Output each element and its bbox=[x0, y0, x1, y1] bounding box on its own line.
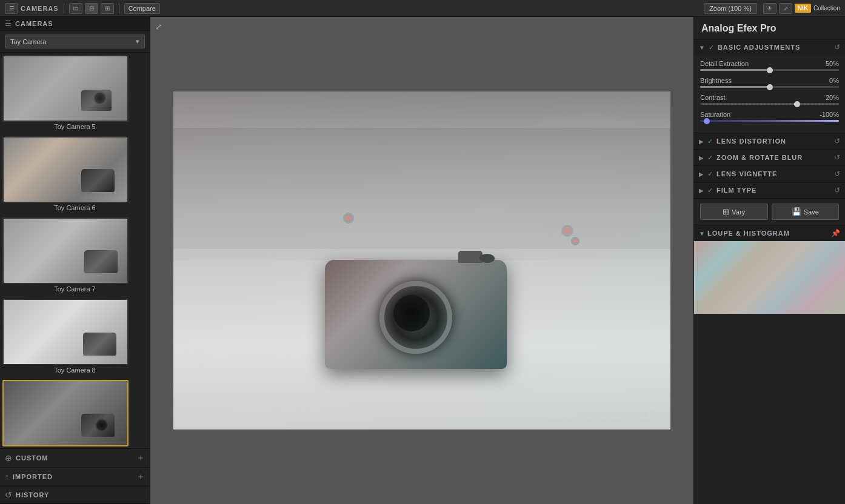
export-icon[interactable]: ↗ bbox=[779, 3, 792, 14]
thumbnail-image bbox=[4, 219, 129, 284]
lens-vignette-header[interactable]: ▶ ✓ LENS VIGNETTE ↺ bbox=[694, 166, 845, 182]
saturation-row: Saturation -100% bbox=[700, 111, 839, 122]
zoom-rotate-header[interactable]: ▶ ✓ ZOOM & ROTATE BLUR ↺ bbox=[694, 150, 845, 165]
zr-chevron-icon: ▶ bbox=[699, 154, 704, 161]
view-grid-icon[interactable]: ⊞ bbox=[101, 3, 114, 14]
center-canvas: ⤢ bbox=[150, 17, 693, 504]
thumbnail-image bbox=[4, 138, 129, 203]
right-panel: Analog Efex Pro ▼ ✓ BASIC ADJUSTMENTS ↺ … bbox=[693, 17, 845, 504]
photo-info: IMG_2401.CR2 21.0 MP, ISO 100, Canon EOS… bbox=[539, 410, 663, 425]
detail-slider[interactable] bbox=[700, 69, 839, 71]
ld-check-icon: ✓ bbox=[707, 138, 713, 145]
loupe-pin-icon[interactable]: 📌 bbox=[831, 229, 840, 237]
loupe-section: ▼ LOUPE & HISTOGRAM 📌 bbox=[694, 225, 845, 314]
ba-reset-icon[interactable]: ↺ bbox=[834, 43, 840, 51]
photo-metadata: 21.0 MP, ISO 100, Canon EOS 5D Mark II bbox=[539, 417, 663, 425]
sidebar-item-history[interactable]: ↺ HISTORY bbox=[0, 486, 150, 504]
photo-filename: IMG_2401.CR2 bbox=[539, 410, 663, 417]
add-custom-icon[interactable]: ＋ bbox=[136, 453, 145, 463]
imported-icon: ↑ bbox=[5, 472, 9, 482]
vary-button[interactable]: ⊞ Vary bbox=[700, 204, 768, 220]
lens-distortion-section: ▶ ✓ LENS DISTORTION ↺ bbox=[694, 133, 845, 150]
sidebar-item-imported[interactable]: ↑ IMPORTED ＋ bbox=[0, 468, 150, 486]
detail-value: 50% bbox=[826, 60, 839, 67]
brightness-slider[interactable] bbox=[700, 86, 839, 88]
main-layout: ☰ CAMERAS Toy Camera ▾ Toy Camera 5 bbox=[0, 17, 845, 504]
ft-chevron-icon: ▶ bbox=[699, 187, 704, 194]
sidebar-footer: ⊕ CUSTOM ＋ ↑ IMPORTED ＋ ↺ HISTORY bbox=[0, 448, 150, 504]
zoom-rotate-section: ▶ ✓ ZOOM & ROTATE BLUR ↺ bbox=[694, 150, 845, 166]
basic-adjustments-content: Detail Extraction 50% Brightness 0% bbox=[694, 55, 845, 133]
menu-icon[interactable]: ☰ bbox=[5, 3, 18, 14]
sidebar-item-custom[interactable]: ⊕ CUSTOM ＋ bbox=[0, 449, 150, 468]
ft-reset-icon[interactable]: ↺ bbox=[834, 186, 840, 194]
saturation-value: -100% bbox=[820, 111, 839, 118]
separator-2 bbox=[119, 3, 119, 14]
list-item[interactable]: Toy Camera 7 bbox=[2, 217, 147, 295]
panel-actions: ⊞ Vary 💾 Save bbox=[694, 199, 845, 225]
ba-title: BASIC ADJUSTMENTS bbox=[718, 44, 832, 51]
list-item[interactable]: Toy Camera 5 bbox=[2, 55, 147, 133]
lv-title: LENS VIGNETTE bbox=[716, 170, 832, 177]
vary-icon: ⊞ bbox=[723, 207, 729, 216]
save-button[interactable]: 💾 Save bbox=[772, 204, 840, 220]
thumbnail-label: Toy Camera 5 bbox=[2, 122, 147, 133]
lens-distortion-header[interactable]: ▶ ✓ LENS DISTORTION ↺ bbox=[694, 133, 845, 149]
saturation-thumb[interactable] bbox=[704, 118, 710, 124]
preset-selected-label: Toy Camera bbox=[10, 38, 46, 45]
loupe-header[interactable]: ▼ LOUPE & HISTOGRAM 📌 bbox=[694, 225, 845, 241]
lv-check-icon: ✓ bbox=[707, 170, 713, 178]
basic-adjustments-header[interactable]: ▼ ✓ BASIC ADJUSTMENTS ↺ bbox=[694, 39, 845, 55]
contrast-slider[interactable] bbox=[700, 103, 839, 105]
film-type-section: ▶ ✓ FILM TYPE ↺ bbox=[694, 182, 845, 199]
loupe-preview bbox=[694, 241, 845, 314]
photo-display: IMG_2401.CR2 21.0 MP, ISO 100, Canon EOS… bbox=[173, 91, 670, 429]
thumbnails-list: Toy Camera 5 Toy Camera 6 Toy Came bbox=[0, 53, 150, 448]
saturation-slider[interactable] bbox=[700, 120, 839, 122]
canvas-controls: ⤢ bbox=[155, 22, 162, 31]
zoom-button[interactable]: Zoom (100 %) bbox=[704, 3, 757, 14]
loupe-chevron-icon: ▼ bbox=[699, 230, 705, 237]
view-split-icon[interactable]: ⊟ bbox=[85, 3, 98, 14]
ft-check-icon: ✓ bbox=[707, 187, 713, 194]
brightness-label: Brightness bbox=[700, 77, 732, 84]
brightness-label-row: Brightness 0% bbox=[700, 77, 839, 84]
basic-adjustments-section: ▼ ✓ BASIC ADJUSTMENTS ↺ Detail Extractio… bbox=[694, 39, 845, 133]
film-type-header[interactable]: ▶ ✓ FILM TYPE ↺ bbox=[694, 182, 845, 198]
separator-1 bbox=[64, 3, 64, 14]
view-single-icon[interactable]: ▭ bbox=[69, 3, 82, 14]
toolbar-right: ☀ ↗ NIK Collection bbox=[763, 3, 840, 14]
ld-chevron-icon: ▶ bbox=[699, 138, 704, 145]
custom-label: CUSTOM bbox=[16, 454, 133, 462]
list-item[interactable]: Toy Camera 9 bbox=[2, 380, 147, 448]
preset-dropdown[interactable]: Toy Camera ▾ bbox=[5, 35, 145, 48]
zr-reset-icon[interactable]: ↺ bbox=[834, 153, 840, 162]
detail-thumb[interactable] bbox=[767, 67, 773, 73]
contrast-row: Contrast 20% bbox=[700, 94, 839, 105]
thumbnail-label: Toy Camera 6 bbox=[2, 203, 147, 214]
sun-icon[interactable]: ☀ bbox=[763, 3, 777, 14]
lv-reset-icon[interactable]: ↺ bbox=[834, 170, 840, 178]
thumbnail-wrap bbox=[2, 299, 129, 365]
brightness-thumb[interactable] bbox=[767, 84, 773, 90]
history-label: HISTORY bbox=[16, 491, 145, 499]
imported-label: IMPORTED bbox=[13, 473, 133, 480]
toolbar-left: ☰ CAMERAS ▭ ⊟ ⊞ Compare bbox=[5, 3, 160, 14]
detail-fill bbox=[700, 69, 770, 71]
list-item[interactable]: Toy Camera 8 bbox=[2, 299, 147, 376]
contrast-value: 20% bbox=[826, 94, 839, 101]
add-imported-icon[interactable]: ＋ bbox=[136, 471, 145, 482]
cameras-label: CAMERAS bbox=[21, 5, 59, 12]
list-item[interactable]: Toy Camera 6 bbox=[2, 136, 147, 214]
ba-chevron-icon: ▼ bbox=[699, 44, 705, 51]
preset-dropdown-wrap: Toy Camera ▾ bbox=[0, 31, 150, 53]
thumbnail-image bbox=[4, 381, 129, 446]
thumbnail-wrap bbox=[2, 55, 129, 122]
ld-reset-icon[interactable]: ↺ bbox=[834, 137, 840, 145]
contrast-thumb[interactable] bbox=[794, 101, 800, 107]
left-sidebar: ☰ CAMERAS Toy Camera ▾ Toy Camera 5 bbox=[0, 17, 150, 504]
fullscreen-icon[interactable]: ⤢ bbox=[155, 22, 162, 31]
ld-title: LENS DISTORTION bbox=[716, 138, 832, 145]
thumbnail-label: Toy Camera 8 bbox=[2, 365, 147, 376]
compare-button[interactable]: Compare bbox=[124, 3, 160, 14]
